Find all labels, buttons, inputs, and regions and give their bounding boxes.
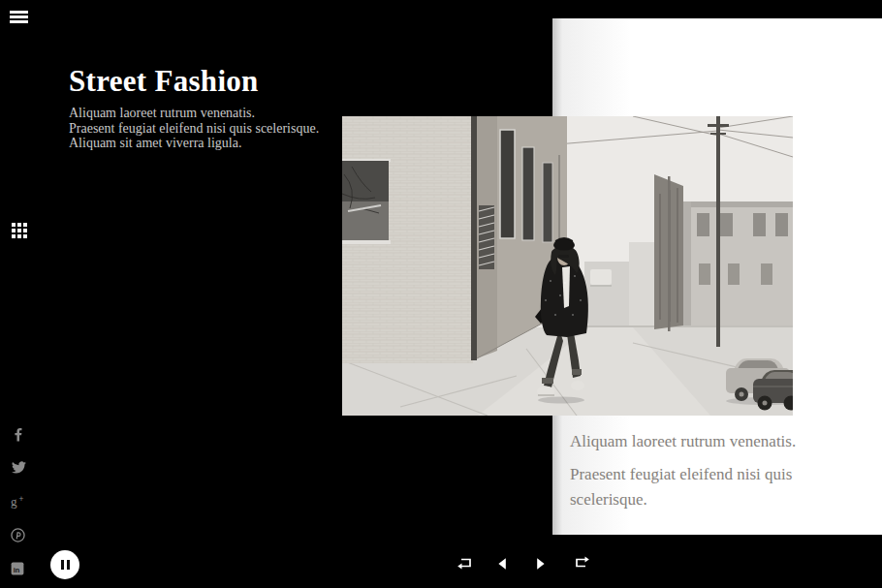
grid-dot — [12, 234, 16, 238]
pinterest-icon[interactable] — [11, 528, 27, 543]
grid-dot — [12, 229, 16, 232]
description-line: Aliquam laoreet rutrum venenatis. — [69, 106, 389, 121]
description-line: Praesent feugiat eleifend nisi quis scel… — [69, 121, 389, 137]
last-slide-button[interactable] — [574, 556, 589, 573]
hamburger-icon[interactable] — [10, 11, 28, 23]
facebook-icon[interactable] — [11, 426, 27, 442]
slide-description: Aliquam laoreet rutrum venenatis. Praese… — [69, 106, 389, 151]
next-slide-button[interactable] — [536, 557, 546, 574]
svg-text:+: + — [19, 494, 24, 504]
slide-text-block: Street Fashion Aliquam laoreet rutrum ve… — [69, 64, 389, 151]
google-plus-icon[interactable]: g + — [11, 494, 27, 510]
slider-stage: Street Fashion Aliquam laoreet rutrum ve… — [0, 0, 882, 588]
pause-icon — [67, 560, 70, 570]
grid-dot — [23, 223, 27, 227]
svg-text:in: in — [14, 566, 20, 574]
caption-line: Aliquam laoreet rutrum venenatis. — [570, 429, 870, 454]
grid-dot — [17, 229, 21, 232]
previous-slide-button[interactable] — [497, 557, 507, 574]
hamburger-bar — [10, 15, 28, 18]
grid-dot — [17, 234, 21, 238]
slide-photo — [342, 116, 793, 416]
grid-icon[interactable] — [12, 223, 27, 238]
grid-dot — [23, 234, 27, 238]
social-links: g + in — [11, 426, 27, 577]
grid-dot — [17, 223, 21, 227]
linkedin-icon[interactable]: in — [11, 562, 27, 577]
slide-caption: Aliquam laoreet rutrum venenatis. Praese… — [570, 429, 870, 520]
pause-button[interactable] — [50, 550, 79, 579]
hamburger-bar — [10, 11, 28, 14]
first-slide-button[interactable] — [457, 556, 473, 573]
svg-text:g: g — [11, 494, 17, 509]
street-photo-illustration — [342, 116, 793, 416]
twitter-icon[interactable] — [11, 460, 27, 476]
hamburger-bar — [10, 20, 28, 23]
page-title: Street Fashion — [69, 64, 389, 99]
caption-line: Praesent feugiat eleifend nisi quis scel… — [570, 462, 870, 512]
pause-icon — [61, 560, 64, 570]
grid-dot — [12, 223, 16, 227]
description-line: Aliquam sit amet viverra ligula. — [69, 136, 389, 151]
grid-dot — [23, 229, 27, 232]
